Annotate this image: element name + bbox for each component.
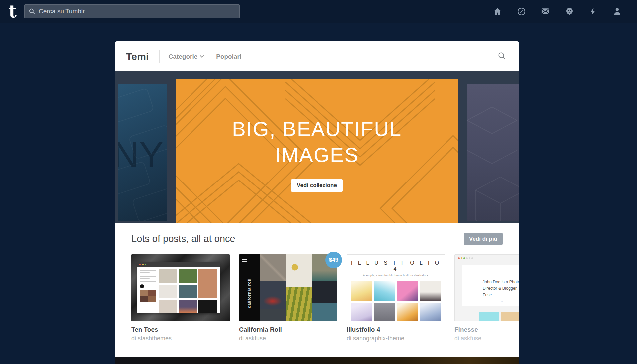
carousel-prev-banner[interactable]: NY — [118, 84, 167, 221]
page-title: Temi — [126, 51, 149, 62]
categories-dropdown[interactable]: Categorie — [169, 53, 204, 60]
theme-title[interactable]: Illustfolio 4 — [347, 326, 445, 333]
chevron-down-icon — [200, 55, 204, 58]
thumb-theme-subtitle: A simple, clean tumblr theme built for i… — [347, 274, 445, 277]
chevron-down-icon: ⌄ — [500, 299, 503, 303]
theme-thumbnail[interactable] — [131, 254, 230, 321]
thumb-blog-title: california roll — [247, 278, 252, 308]
header-divider — [159, 50, 160, 63]
popular-label: Popolari — [216, 53, 241, 60]
theme-author[interactable]: di askfuse — [454, 335, 519, 342]
search-icon — [29, 8, 35, 15]
theme-thumbnail[interactable]: california roll — [239, 254, 337, 321]
thumb-page: John Doe is a Photographer, Creative Dir… — [462, 265, 519, 306]
theme-title[interactable]: Ten Toes — [131, 326, 230, 333]
featured-carousel: NY — [115, 71, 519, 223]
global-search-input[interactable] — [39, 8, 235, 15]
prev-banner-text: NY — [118, 134, 164, 175]
price-badge: $49 — [325, 252, 342, 268]
home-icon[interactable] — [493, 7, 502, 16]
section-heading: Lots of posts, all at once — [131, 233, 235, 244]
search-icon — [498, 52, 506, 60]
browser-dots — [458, 257, 473, 259]
theme-author[interactable]: di stashthemes — [131, 335, 230, 342]
next-section-peek — [115, 357, 519, 364]
panel-header: Temi Categorie Popolari — [115, 41, 519, 71]
hero-content: BIG, BEAUTIFUL IMAGES Vedi collezione — [176, 79, 458, 223]
theme-card-finesse[interactable]: John Doe is a Photographer, Creative Dir… — [454, 254, 519, 342]
top-navbar: t — [0, 0, 637, 23]
categories-label: Categorie — [169, 53, 198, 60]
hero-title-line2: IMAGES — [275, 142, 359, 168]
browser-window — [137, 262, 220, 313]
panel-search-button[interactable] — [496, 50, 508, 62]
global-search[interactable] — [24, 4, 240, 18]
featured-collection-banner[interactable]: BIG, BEAUTIFUL IMAGES Vedi collezione — [176, 79, 458, 223]
thumb-photo-strip — [479, 312, 519, 321]
theme-card-illustfolio-4[interactable]: I L L U S T F O L I O 4 A simple, clean … — [347, 254, 445, 342]
theme-author[interactable]: di sanographix-theme — [347, 335, 445, 342]
theme-card-california-roll[interactable]: $49 california roll — [239, 254, 337, 342]
theme-author[interactable]: di askfuse — [239, 335, 337, 342]
tumblr-logo[interactable]: t — [9, 1, 17, 22]
thumb-theme-title: I L L U S T F O L I O 4 — [347, 260, 445, 272]
tumblr-theme-garden: t — [0, 0, 637, 364]
page-background: Temi Categorie Popolari — [0, 23, 637, 364]
theme-cards-row: Ten Toes di stashthemes $49 california r… — [131, 254, 503, 342]
hero-title-line1: BIG, BEAUTIFUL — [232, 116, 402, 142]
theme-title[interactable]: California Roll — [239, 326, 337, 333]
navbar-icons — [493, 0, 622, 23]
theme-card-ten-toes[interactable]: Ten Toes di stashthemes — [131, 254, 230, 342]
activity-lightning-icon[interactable] — [588, 7, 598, 16]
themes-panel: Temi Categorie Popolari — [115, 41, 519, 364]
chat-smiley-icon[interactable] — [565, 7, 574, 16]
see-more-button[interactable]: Vedi di più — [464, 233, 503, 245]
illustration-grid — [351, 281, 441, 321]
account-person-icon[interactable] — [612, 7, 622, 16]
messages-envelope-icon[interactable] — [541, 7, 550, 16]
thumb-bio-text: John Doe is a Photographer, Creative Dir… — [483, 279, 519, 298]
posts-section: Lots of posts, all at once Vedi di più — [115, 223, 519, 342]
theme-thumbnail[interactable]: I L L U S T F O L I O 4 A simple, clean … — [347, 254, 445, 321]
carousel-next-banner[interactable] — [467, 84, 519, 221]
hamburger-icon — [242, 258, 247, 263]
explore-compass-icon[interactable] — [517, 7, 526, 16]
theme-title[interactable]: Finesse — [454, 326, 519, 333]
view-collection-button[interactable]: Vedi collezione — [291, 179, 343, 192]
popular-tab[interactable]: Popolari — [216, 53, 241, 60]
cube-pattern — [467, 84, 519, 221]
theme-thumbnail[interactable]: John Doe is a Photographer, Creative Dir… — [454, 254, 519, 321]
